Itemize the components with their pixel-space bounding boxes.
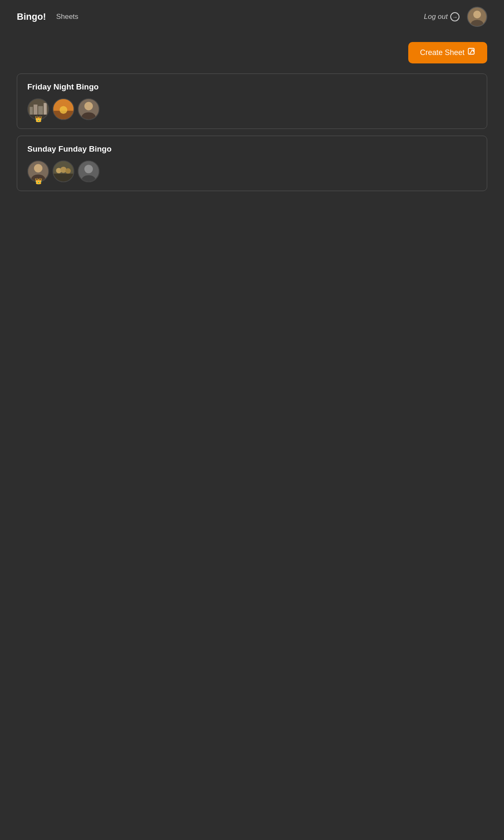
crown-badge-icon: 👑 xyxy=(35,178,42,184)
svg-point-1 xyxy=(473,10,481,18)
svg-rect-10 xyxy=(34,105,37,115)
sheets-list: Friday Night Bingo 👑 Sunday Funday Bingo xyxy=(17,74,487,191)
svg-rect-31 xyxy=(53,174,74,181)
user-avatar[interactable] xyxy=(467,7,487,27)
svg-point-20 xyxy=(84,102,93,110)
app-logo: Bingo! xyxy=(17,11,46,22)
svg-point-24 xyxy=(34,164,42,172)
avatar xyxy=(78,98,100,120)
sheet-card[interactable]: Friday Night Bingo 👑 xyxy=(17,74,487,129)
logout-label: Log out xyxy=(424,13,448,21)
sheet-members-row: 👑 xyxy=(27,98,477,120)
svg-rect-9 xyxy=(30,107,33,114)
avatar xyxy=(78,160,100,182)
member-avatar-wrap xyxy=(52,160,74,182)
sheet-title: Friday Night Bingo xyxy=(27,82,477,92)
member-avatar-wrap: 👑 xyxy=(27,98,49,120)
toolbar: Create Sheet xyxy=(17,42,487,74)
create-sheet-icon xyxy=(468,48,475,58)
svg-line-4 xyxy=(470,50,472,53)
svg-point-17 xyxy=(60,106,67,114)
member-avatar-wrap: 👑 xyxy=(27,160,49,182)
main-content: Create Sheet Friday Night Bingo 👑 xyxy=(0,34,504,206)
member-avatar-wrap xyxy=(78,98,100,120)
sheet-title: Sunday Funday Bingo xyxy=(27,144,477,154)
nav-sheets-link[interactable]: Sheets xyxy=(56,13,79,21)
crown-badge-icon: 👑 xyxy=(35,116,42,122)
avatar xyxy=(52,160,74,182)
create-sheet-label: Create Sheet xyxy=(420,48,465,57)
avatar xyxy=(52,98,74,120)
member-avatar-wrap xyxy=(52,98,74,120)
svg-point-30 xyxy=(66,168,71,174)
svg-rect-11 xyxy=(38,106,43,115)
svg-point-34 xyxy=(84,165,93,173)
create-sheet-button[interactable]: Create Sheet xyxy=(408,42,487,63)
logout-button[interactable]: Log out → xyxy=(424,12,459,21)
logout-arrow-icon: → xyxy=(450,12,459,21)
member-avatar-wrap xyxy=(78,160,100,182)
navbar: Bingo! Sheets Log out → xyxy=(0,0,504,34)
sheet-card[interactable]: Sunday Funday Bingo 👑 xyxy=(17,136,487,191)
sheet-members-row: 👑 xyxy=(27,160,477,182)
svg-rect-12 xyxy=(44,103,47,115)
